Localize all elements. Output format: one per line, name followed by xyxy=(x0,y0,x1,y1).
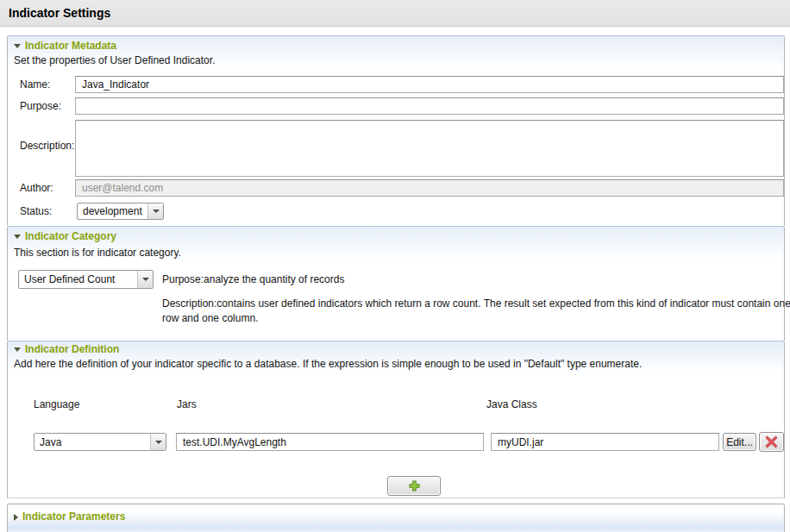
status-label: Status: xyxy=(20,205,52,217)
delete-row-button[interactable] xyxy=(759,432,784,452)
section-header-metadata[interactable]: Indicator Metadata xyxy=(14,40,116,52)
category-dropdown-button[interactable] xyxy=(137,271,153,288)
chevron-down-icon xyxy=(142,278,149,281)
section-indicator-category: Indicator Category This section is for i… xyxy=(7,226,785,341)
author-input xyxy=(75,179,784,197)
section-description: Set the properties of User Defined Indic… xyxy=(14,54,215,66)
category-selected-value: User Defined Count xyxy=(19,271,137,288)
language-selected-value: Java xyxy=(34,434,150,450)
purpose-input[interactable] xyxy=(75,97,784,115)
section-indicator-definition: Indicator Definition Add here the defini… xyxy=(7,341,785,498)
status-selected-value: development xyxy=(78,203,147,219)
section-description: This section is for indicator category. xyxy=(14,247,181,259)
section-indicator-parameters: Indicator Parameters xyxy=(7,504,785,532)
status-dropdown-button[interactable] xyxy=(147,203,163,219)
section-header-category[interactable]: Indicator Category xyxy=(14,230,116,242)
edit-button[interactable]: Edit... xyxy=(723,433,756,451)
collapse-triangle-right-icon xyxy=(14,514,18,521)
chevron-down-icon xyxy=(153,210,160,213)
chevron-down-icon xyxy=(155,441,162,444)
language-dropdown[interactable]: Java xyxy=(34,433,166,451)
category-description-text: Description:contains user defined indica… xyxy=(162,297,790,326)
category-purpose-text: Purpose:analyze the quantity of records xyxy=(162,273,344,285)
purpose-label: Purpose: xyxy=(20,100,61,112)
description-textarea[interactable] xyxy=(75,120,784,177)
collapse-triangle-down-icon xyxy=(14,235,21,239)
java-class-input[interactable] xyxy=(491,433,719,451)
column-header-java-class: Java Class xyxy=(486,398,537,410)
green-plus-icon xyxy=(408,479,421,492)
section-description: Add here the definition of your indicato… xyxy=(14,358,642,370)
collapse-triangle-down-icon xyxy=(14,44,21,48)
collapse-triangle-down-icon xyxy=(14,347,21,352)
category-dropdown[interactable]: User Defined Count xyxy=(18,270,154,289)
section-header-parameters[interactable]: Indicator Parameters xyxy=(14,510,125,523)
author-label: Author: xyxy=(20,182,53,194)
column-header-language: Language xyxy=(34,398,79,410)
section-title: Indicator Parameters xyxy=(22,510,125,523)
description-label: Description: xyxy=(20,140,74,152)
red-x-icon xyxy=(765,435,778,448)
section-title: Indicator Metadata xyxy=(25,40,116,52)
section-title: Indicator Definition xyxy=(25,343,119,355)
name-label: Name: xyxy=(20,78,50,91)
name-input[interactable] xyxy=(75,76,784,93)
status-dropdown[interactable]: development xyxy=(77,203,164,220)
section-title: Indicator Category xyxy=(25,230,116,242)
view-header: Indicator Settings xyxy=(0,0,790,27)
section-indicator-metadata: Indicator Metadata Set the properties of… xyxy=(7,35,785,226)
add-row-button[interactable] xyxy=(387,476,441,496)
page-title: Indicator Settings xyxy=(9,6,110,20)
jars-input[interactable] xyxy=(176,433,484,451)
language-dropdown-button[interactable] xyxy=(150,434,166,450)
column-header-jars: Jars xyxy=(177,398,197,410)
section-header-definition[interactable]: Indicator Definition xyxy=(14,343,119,355)
